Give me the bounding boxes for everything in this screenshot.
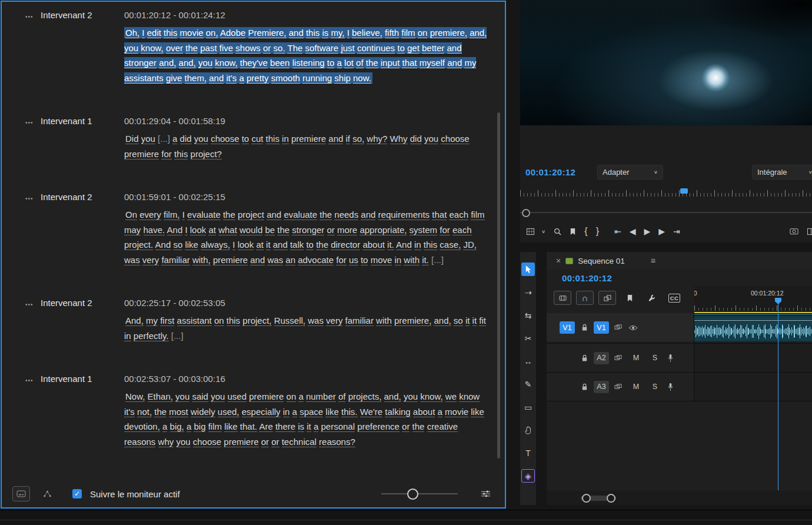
mute-track-button[interactable]: M [631, 354, 641, 362]
speaker-label[interactable]: Intervenant 1 [41, 374, 124, 449]
transcript-entry[interactable]: ••• Intervenant 1 00:02:53:07 - 00:03:00… [25, 374, 495, 449]
zoom-handle-right[interactable] [607, 494, 615, 503]
track-lock-button[interactable] [580, 354, 589, 362]
entry-text[interactable]: Now, Ethan, you said you used premiere o… [124, 389, 490, 449]
voiceover-record-button[interactable] [665, 354, 676, 363]
timeline-playhead[interactable] [778, 298, 778, 490]
timeline-settings-button[interactable] [643, 291, 661, 305]
track-clip-area[interactable] [694, 373, 812, 401]
track-target-v1[interactable]: V1 [594, 321, 609, 334]
speaker-label[interactable]: Intervenant 2 [41, 298, 124, 343]
track-lock-button[interactable] [580, 383, 589, 391]
transcript-entry[interactable]: ••• Intervenant 2 00:02:25:17 - 00:02:53… [25, 298, 495, 343]
scrollbar-knob[interactable] [522, 209, 530, 217]
monitor-time-ruler[interactable] [520, 187, 812, 197]
timeline-zoom-scrollbar[interactable] [547, 491, 812, 505]
transcript-entry[interactable]: ••• Intervenant 2 00:01:20:12 - 00:01:24… [25, 10, 495, 85]
snap-button[interactable]: ∩ [576, 291, 594, 305]
speaker-label[interactable]: Intervenant 1 [41, 116, 124, 161]
mark-out-button[interactable]: } [596, 226, 599, 237]
sync-lock-button[interactable] [614, 355, 623, 361]
solo-track-button[interactable]: S [650, 354, 660, 362]
sequence-tab[interactable]: Sequence 01 [578, 257, 625, 265]
slip-tool[interactable]: ↔ [521, 354, 535, 368]
speaker-label[interactable]: Intervenant 2 [41, 10, 124, 85]
comparison-view-button[interactable] [807, 228, 812, 235]
captions-track-button[interactable]: CC [665, 291, 683, 305]
entry-menu-icon[interactable]: ••• [25, 10, 41, 85]
step-forward-button[interactable]: ▶ [658, 227, 665, 236]
source-patch-v1[interactable]: V1 [560, 321, 575, 334]
rectangle-tool[interactable]: ▭ [521, 400, 535, 414]
zoom-level-dropdown[interactable]: Adapter ∨ [597, 165, 663, 180]
entry-text[interactable]: Did you [...] a did you choose to cut th… [124, 131, 490, 161]
zoom-select-button[interactable] [554, 228, 561, 235]
track-clip-area[interactable] [694, 315, 812, 343]
monitor-zoom-scrollbar[interactable] [520, 209, 812, 216]
toggle-track-output-button[interactable] [627, 325, 638, 331]
transcript-scrollbar[interactable] [497, 112, 500, 458]
audio-clip[interactable] [694, 316, 812, 341]
track-lock-button[interactable] [580, 324, 589, 331]
tools-panel: ⇢ ⇆ ✂ ↔ ✎ ▭ T ◈ [520, 252, 536, 505]
add-marker-button[interactable] [570, 228, 576, 235]
text-graph-button[interactable] [38, 486, 56, 501]
slider-knob[interactable] [407, 489, 418, 500]
text-zoom-slider[interactable] [381, 488, 458, 500]
speaker-label[interactable]: Intervenant 2 [41, 192, 124, 267]
mic-icon [667, 354, 674, 363]
lock-icon [581, 383, 588, 391]
transcript-entry[interactable]: ••• Intervenant 1 00:01:29:04 - 00:01:58… [25, 116, 495, 161]
solo-track-button[interactable]: S [650, 383, 660, 391]
linked-selection-button[interactable] [598, 291, 616, 305]
entry-menu-icon[interactable]: ••• [25, 116, 41, 161]
playback-resolution-value: Intégrale [757, 168, 787, 177]
go-to-out-button[interactable]: ⇥ [673, 227, 680, 236]
play-button[interactable]: ▶ [644, 227, 651, 236]
remix-tool[interactable]: ◈ [521, 469, 535, 483]
entry-text[interactable]: Oh, I edit this movie on, Adobe Premiere… [124, 25, 490, 85]
close-panel-icon[interactable]: × [556, 256, 561, 265]
sync-lock-icon [614, 355, 622, 361]
track-list: V3 V2 [547, 313, 812, 401]
track-select-forward-tool[interactable]: ⇢ [521, 285, 535, 299]
current-timecode[interactable]: 00:01:20:12 [525, 167, 575, 177]
monitor-playhead[interactable] [680, 188, 688, 194]
search-icon [554, 228, 561, 235]
filter-settings-button[interactable] [477, 486, 494, 501]
timeline-timecode[interactable]: 00:01:20:12 [562, 273, 612, 283]
hand-tool[interactable] [521, 423, 535, 437]
sync-lock-button[interactable] [614, 324, 623, 331]
follow-monitor-checkbox[interactable]: ✓ [72, 489, 82, 499]
timeline-ruler[interactable]: 00 00:01:20:12 [694, 286, 812, 312]
export-frame-button[interactable] [790, 228, 798, 235]
pen-tool[interactable]: ✎ [521, 377, 535, 391]
panel-menu-icon[interactable]: ≡ [651, 256, 655, 265]
track-a2: A2 M S [547, 344, 812, 373]
entry-text[interactable]: And, my first assistant on this project,… [124, 313, 490, 343]
sync-lock-button[interactable] [614, 384, 623, 390]
track-target-a3[interactable]: A3 [594, 381, 609, 393]
selection-tool[interactable] [521, 262, 535, 276]
entry-menu-icon[interactable]: ••• [25, 192, 41, 267]
playback-resolution-dropdown[interactable]: Intégrale ∨ [752, 165, 812, 180]
mute-track-button[interactable]: M [631, 383, 641, 391]
entry-menu-icon[interactable]: ••• [25, 298, 41, 343]
voiceover-record-button[interactable] [665, 383, 676, 391]
nest-sequences-button[interactable] [554, 291, 571, 305]
entry-text[interactable]: On every film, I evaluate the project an… [124, 207, 490, 267]
track-target-a2[interactable]: A2 [594, 352, 609, 364]
step-back-button[interactable]: ◀ [630, 227, 636, 236]
mark-in-button[interactable]: { [584, 226, 587, 237]
entry-menu-icon[interactable]: ••• [25, 374, 41, 449]
razor-tool[interactable]: ✂ [521, 331, 535, 345]
transcript-entry[interactable]: ••• Intervenant 2 00:01:59:01 - 00:02:25… [25, 192, 495, 267]
zoom-handle-left[interactable] [582, 494, 591, 503]
ripple-edit-tool[interactable]: ⇆ [521, 308, 535, 322]
track-clip-area[interactable] [694, 344, 812, 372]
monitor-settings-button[interactable]: ∨ [526, 228, 545, 235]
captions-button[interactable] [12, 486, 30, 501]
go-to-in-button[interactable]: ⇤ [614, 227, 621, 236]
type-tool[interactable]: T [521, 446, 535, 460]
add-marker-button[interactable] [621, 291, 638, 305]
